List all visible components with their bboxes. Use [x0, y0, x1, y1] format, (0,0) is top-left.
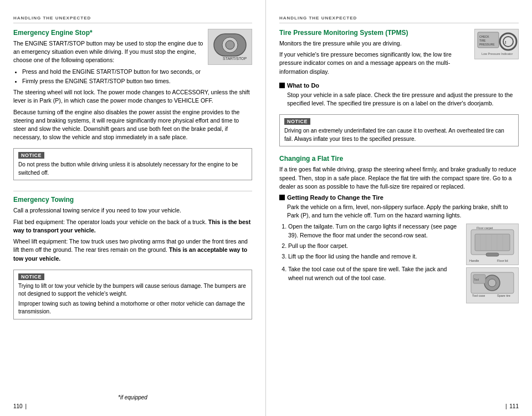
svg-text:Tool: Tool [474, 278, 479, 281]
svg-text:TIRE: TIRE [479, 39, 486, 42]
page-number-left: 110 | [13, 403, 27, 409]
svg-point-3 [226, 40, 234, 49]
step-4: Take the tool case out of the spare tire… [288, 265, 462, 282]
towing-title: Emergency Towing [13, 196, 252, 204]
svg-rect-22 [486, 253, 499, 256]
svg-text:Handle: Handle [469, 259, 479, 262]
towing-notice-text2: Improper towing such as towing behind a … [18, 300, 247, 316]
left-header: HANDLING THE UNEXPECTED [13, 16, 252, 23]
what-to-do-header: What to Do [279, 82, 519, 89]
what-to-do-label: What to Do [287, 82, 319, 89]
tpms-intro: Monitors the tire pressure while you are… [279, 39, 470, 48]
towing-notice: NOTICE Trying to lift or tow your vehicl… [13, 270, 252, 319]
section-tpms: Tire Pressure Monitoring System (TPMS) M… [279, 29, 519, 150]
notice-label-1: NOTICE [18, 152, 44, 159]
tpms-p1: If your vehicle's tire pressure becomes … [279, 50, 470, 76]
svg-text:Spare tire: Spare tire [497, 294, 510, 297]
notice-label-3: NOTICE [284, 118, 310, 125]
section-flat-tire: Changing a Flat Tire If a tire goes flat… [279, 155, 519, 303]
engine-stop-notice: NOTICE Do not press the button while dri… [13, 148, 252, 180]
section-towing: Emergency Towing Call a professional tow… [13, 196, 252, 323]
black-square-icon [279, 83, 285, 88]
flat-tire-steps-cont: Take the tool case out of the spare tire… [288, 265, 462, 282]
engine-stop-title: Emergency Engine Stop* [13, 29, 203, 37]
towing-p2: Flat bed equipment: The operator loads y… [13, 218, 252, 235]
what-to-do-text: Stop your vehicle in a safe place. Check… [287, 91, 519, 108]
engine-stop-bullet2: Firmly press the ENGINE START/STOP butto… [22, 77, 203, 85]
engine-stop-p1: The ENGINE START/STOP button may be used… [13, 39, 203, 65]
notice-label-2: NOTICE [18, 273, 44, 280]
tpms-title: Tire Pressure Monitoring System (TPMS) [279, 29, 470, 37]
step-3: Lift up the floor lid using the handle a… [288, 252, 462, 261]
svg-text:Tool case: Tool case [472, 294, 485, 297]
tpms-notice: NOTICE Driving on an extremely underinfl… [279, 114, 519, 146]
getting-ready-label: Getting Ready to Change the Tire [287, 194, 383, 201]
svg-rect-16 [475, 234, 510, 251]
engine-stop-list: Press and hold the ENGINE START/STOP but… [22, 68, 203, 85]
svg-text:START/STOP: START/STOP [223, 57, 247, 60]
step-2: Pull up the floor carpet. [288, 242, 462, 250]
engine-stop-notice-text: Do not press the button while driving un… [18, 161, 247, 177]
towing-p1: Call a professional towing service if yo… [13, 206, 252, 215]
right-page: HANDLING THE UNEXPECTED Tire Pressure Mo… [266, 0, 532, 416]
flat-tire-steps: Open the tailgate. Turn on the cargo lig… [288, 222, 462, 261]
tpms-notice-text: Driving on an extremely underinflated ti… [284, 127, 514, 143]
svg-text:Low Pressure Indicator: Low Pressure Indicator [482, 52, 513, 55]
engine-stop-p2: The steering wheel will not lock. The po… [13, 88, 252, 105]
flat-tire-title: Changing a Flat Tire [279, 155, 519, 163]
towing-notice-text: Trying to lift or tow your vehicle by th… [18, 282, 247, 298]
svg-text:Floor lid: Floor lid [497, 259, 508, 262]
floor-carpet-image: Handle Floor lid Floor carpet [466, 224, 519, 265]
getting-ready-header: Getting Ready to Change the Tire [279, 194, 519, 201]
engine-stop-image: START/STOP [208, 29, 252, 65]
svg-point-29 [488, 279, 496, 287]
footnote: *if equipped [78, 394, 188, 400]
svg-text:Floor carpet: Floor carpet [477, 226, 493, 230]
engine-stop-bullet1: Press and hold the ENGINE START/STOP but… [22, 68, 203, 76]
right-header: HANDLING THE UNEXPECTED [279, 16, 519, 23]
towing-p3: Wheel lift equipment: The tow truck uses… [13, 237, 252, 263]
black-square-icon-2 [279, 195, 285, 200]
section-engine-stop: Emergency Engine Stop* The ENGINE START/… [13, 29, 252, 184]
svg-text:PRESSURE: PRESSURE [479, 43, 495, 46]
getting-ready-text: Park the vehicle on a firm, level, non-s… [287, 203, 519, 220]
svg-text:!: ! [505, 40, 507, 45]
left-page: HANDLING THE UNEXPECTED Emergency Engine… [0, 0, 266, 416]
flat-tire-intro: If a tire goes flat while driving, grasp… [279, 165, 519, 191]
engine-stop-p3: Because turning off the engine also disa… [13, 108, 252, 142]
step-1: Open the tailgate. Turn on the cargo lig… [288, 222, 462, 239]
tpms-image: CHECK TIRE PRESSURE ! Low Pressure Indic… [474, 29, 519, 59]
tool-case-image: Tool Tool case Spare tire [466, 267, 519, 303]
svg-text:CHECK: CHECK [479, 35, 489, 38]
page-number-right: | 111 [505, 403, 519, 409]
